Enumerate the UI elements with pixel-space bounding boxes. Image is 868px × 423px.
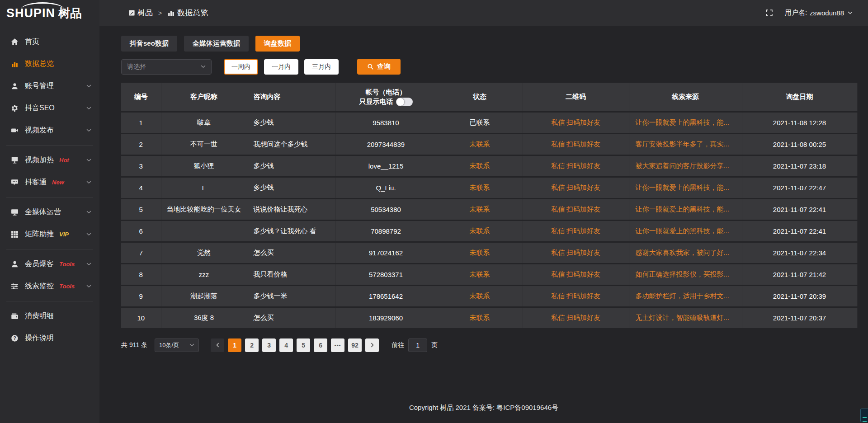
sidebar-item-omnimedia-operation[interactable]: 全媒体运营 <box>0 201 99 223</box>
lead-source-link[interactable]: 无主灯设计，智能磁吸轨道灯... <box>629 307 742 329</box>
customer-nickname: 潮起潮落 <box>161 285 247 307</box>
row-index: 4 <box>121 177 161 198</box>
lead-source-link[interactable]: 让你一眼就爱上的黑科技，能... <box>629 177 742 198</box>
next-page-button[interactable] <box>365 338 379 352</box>
sidebar-divider <box>6 145 93 146</box>
user-menu[interactable]: 用户名: zswodun88 <box>785 9 853 17</box>
sidebar-item-label: 矩阵助推 <box>25 230 54 239</box>
qrcode-link[interactable]: 私信 扫码加好友 <box>523 133 629 155</box>
range-button-three-months[interactable]: 三月内 <box>304 59 339 75</box>
filter-bar: 请选择 一周内一月内三月内 查询 <box>121 59 857 75</box>
qrcode-link[interactable]: 私信 扫码加好友 <box>523 198 629 220</box>
inquiry-date: 2021-11-07 22:41 <box>742 220 857 242</box>
chevron-down-icon <box>86 85 91 88</box>
lead-source-link[interactable]: 感谢大家喜欢我家，被问了好... <box>629 242 742 263</box>
table-row: 1啵章多少钱9583810已联系私信 扫码加好友让你一眼就爱上的黑科技，能...… <box>121 112 857 133</box>
lead-source-link[interactable]: 让你一眼就爱上的黑科技，能... <box>629 112 742 133</box>
customer-nickname: 啵章 <box>161 112 247 133</box>
column-header-account: 帐号（电话） 只显示电话 <box>335 83 437 112</box>
page-button-3[interactable]: 3 <box>262 338 276 352</box>
sidebar-item-label: 数据总览 <box>25 59 54 69</box>
qrcode-link[interactable]: 私信 扫码加好友 <box>523 263 629 285</box>
page-ellipsis-button[interactable]: ••• <box>331 338 344 352</box>
fullscreen-icon[interactable] <box>765 9 773 17</box>
inquiry-content: 多少钱 <box>247 112 335 133</box>
breadcrumb-item-root[interactable]: 树品 <box>128 8 153 18</box>
status-text: 未联系 <box>437 155 523 177</box>
filter-select[interactable]: 请选择 <box>121 59 212 75</box>
user-icon <box>10 82 19 90</box>
lead-source-link[interactable]: 如何正确选择投影仪，买投影... <box>629 263 742 285</box>
sidebar-item-member-baoke[interactable]: 会员爆客Tools <box>0 253 99 275</box>
qrcode-link[interactable]: 私信 扫码加好友 <box>523 112 629 133</box>
inquiry-table: 编号 客户昵称 咨询内容 帐号（电话） 只显示电话 状态 二维码 线索来源 询盘… <box>121 83 857 329</box>
page-button-92[interactable]: 92 <box>348 338 362 352</box>
status-text: 未联系 <box>437 220 523 242</box>
sidebar-item-label: 抖客通 <box>25 178 47 187</box>
lead-source-link[interactable]: 多功能护栏灯，适用于乡村文... <box>629 285 742 307</box>
status-text: 未联系 <box>437 263 523 285</box>
date-range-group: 一周内一月内三月内 <box>224 59 339 75</box>
prev-page-button[interactable] <box>211 338 224 352</box>
page-button-2[interactable]: 2 <box>245 338 259 352</box>
goto-page-input[interactable]: 1 <box>408 338 427 352</box>
sidebar-item-matrix-boost[interactable]: 矩阵助推VIP <box>0 223 99 245</box>
sidebar-item-data-overview[interactable]: 数据总览 <box>0 53 99 75</box>
top-header: 树品 > 数据总览 用户名: zswodun88 <box>99 0 868 26</box>
sidebar-item-account-management[interactable]: 账号管理 <box>0 75 99 97</box>
qrcode-link[interactable]: 私信 扫码加好友 <box>523 220 629 242</box>
page-button-6[interactable]: 6 <box>314 338 327 352</box>
tab-inquiry-data[interactable]: 询盘数据 <box>255 36 300 52</box>
sidebar: SHUPIN 树品 首页数据总览账号管理抖音SEO视频发布视频加热Hot抖客通N… <box>0 0 99 423</box>
sidebar-item-video-publish[interactable]: 视频发布 <box>0 119 99 141</box>
column-header-status: 状态 <box>437 83 523 112</box>
chevron-down-icon <box>86 107 91 110</box>
sidebar-item-douyin-seo[interactable]: 抖音SEO <box>0 97 99 119</box>
tab-omnimedia-data[interactable]: 全媒体运营数据 <box>184 36 249 52</box>
page-size-select[interactable]: 10条/页 <box>155 338 199 352</box>
goto-suffix: 页 <box>431 341 438 349</box>
breadcrumb-item-current[interactable]: 数据总览 <box>167 8 208 18</box>
sidebar-item-label: 线索监控 <box>25 282 54 291</box>
lead-source-link[interactable]: 客厅安装投影半年多了，真实... <box>629 133 742 155</box>
qrcode-link[interactable]: 私信 扫码加好友 <box>523 307 629 329</box>
question-icon: ? <box>10 334 19 342</box>
range-button-one-month[interactable]: 一月内 <box>264 59 298 75</box>
sidebar-item-lead-monitor[interactable]: 线索监控Tools <box>0 275 99 297</box>
sidebar-item-label: 抖音SEO <box>25 103 55 113</box>
lead-source-link[interactable]: 被大家追着问的客厅投影分享... <box>629 155 742 177</box>
sidebar-item-consumption-detail[interactable]: 消费明细 <box>0 305 99 327</box>
gear-icon <box>10 104 19 112</box>
breadcrumb-separator: > <box>158 9 162 17</box>
qrcode-link[interactable]: 私信 扫码加好友 <box>523 285 629 307</box>
qrcode-link[interactable]: 私信 扫码加好友 <box>523 177 629 198</box>
sidebar-item-home[interactable]: 首页 <box>0 31 99 53</box>
sidebar-item-operation-guide[interactable]: ?操作说明 <box>0 327 99 349</box>
sidebar-item-douketong[interactable]: 抖客通New <box>0 171 99 193</box>
inquiry-date: 2021-11-08 00:25 <box>742 133 857 155</box>
chevron-down-icon <box>86 285 91 288</box>
qrcode-link[interactable]: 私信 扫码加好友 <box>523 242 629 263</box>
range-button-one-week[interactable]: 一周内 <box>224 59 258 75</box>
inquiry-date: 2021-11-07 20:37 <box>742 307 857 329</box>
row-index: 9 <box>121 285 161 307</box>
column-header-date: 询盘日期 <box>742 83 857 112</box>
phone-only-toggle[interactable] <box>396 98 413 106</box>
chat-icon <box>10 179 19 186</box>
customer-nickname: 当地比较能吃的一位美女 <box>161 198 247 220</box>
sidebar-item-video-heat[interactable]: 视频加热Hot <box>0 149 99 171</box>
qrcode-link[interactable]: 私信 扫码加好友 <box>523 155 629 177</box>
page-button-5[interactable]: 5 <box>297 338 310 352</box>
sidebar-divider <box>6 301 93 301</box>
status-text: 已联系 <box>437 112 523 133</box>
sidebar-divider <box>6 249 93 249</box>
lead-source-link[interactable]: 让你一眼就爱上的黑科技，能... <box>629 220 742 242</box>
page-button-1[interactable]: 1 <box>228 338 241 352</box>
lead-source-link[interactable]: 让你一眼就爱上的黑科技，能... <box>629 198 742 220</box>
search-button[interactable]: 查询 <box>357 59 401 75</box>
page-button-4[interactable]: 4 <box>279 338 293 352</box>
column-header-account-title: 帐号（电话） <box>340 87 432 97</box>
inquiry-content: 多少钱 <box>247 177 335 198</box>
account-number: 178651642 <box>335 285 437 307</box>
tab-douyin-seo-data[interactable]: 抖音seo数据 <box>121 36 177 52</box>
